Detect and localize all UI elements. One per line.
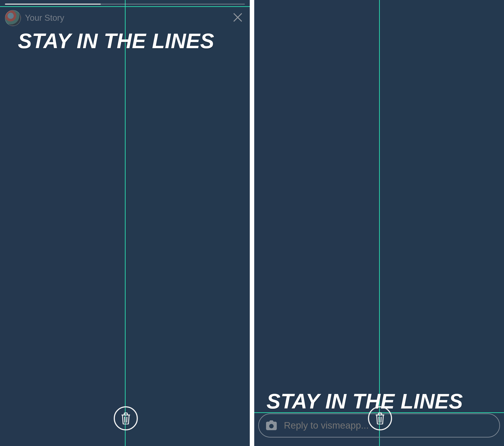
svg-point-4 — [269, 424, 274, 428]
screenshot-wrap: Your Story STAY IN THE LINES STAY IN THE… — [0, 0, 504, 446]
avatar[interactable] — [5, 10, 21, 26]
story-editor-left: Your Story STAY IN THE LINES — [0, 0, 250, 446]
story-label[interactable]: Your Story — [25, 13, 64, 23]
story-progress-bar — [5, 3, 245, 5]
story-editor-right: STAY IN THE LINES — [254, 0, 504, 446]
svg-line-6 — [381, 417, 381, 423]
bg-shade — [0, 0, 125, 446]
svg-line-3 — [127, 417, 127, 423]
svg-line-5 — [379, 417, 379, 423]
close-button[interactable] — [231, 10, 245, 24]
camera-icon[interactable] — [265, 419, 278, 432]
trash-icon — [375, 412, 386, 424]
close-icon — [232, 12, 243, 23]
trash-icon — [120, 412, 131, 424]
story-text[interactable]: STAY IN THE LINES — [267, 389, 463, 413]
story-progress-fill — [5, 3, 101, 5]
story-text[interactable]: STAY IN THE LINES — [18, 29, 214, 53]
guide-vertical[interactable] — [379, 0, 380, 446]
delete-button[interactable] — [114, 406, 138, 430]
story-header: Your Story — [5, 5, 245, 26]
guide-vertical[interactable] — [125, 0, 126, 446]
bg-shade — [254, 0, 379, 446]
delete-button[interactable] — [368, 406, 392, 430]
